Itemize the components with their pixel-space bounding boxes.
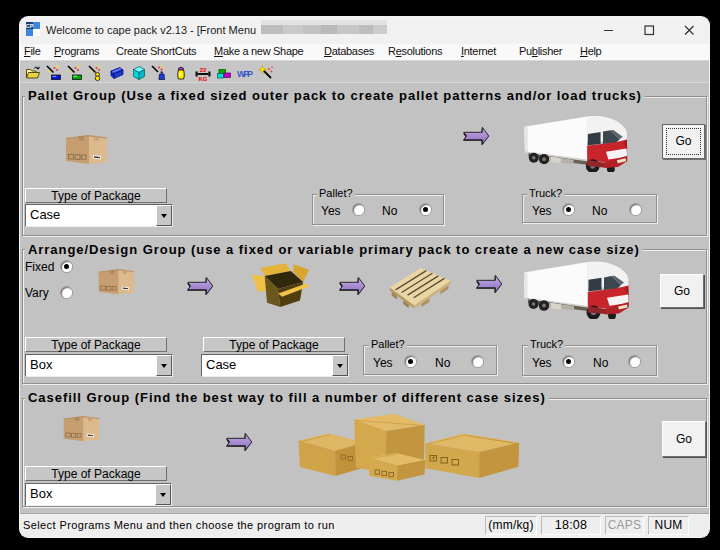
svg-text:CP: CP — [26, 23, 34, 29]
svg-text:KG: KG — [199, 76, 208, 82]
svg-text:WPP: WPP — [237, 69, 253, 79]
svg-text:22: 22 — [200, 67, 207, 73]
